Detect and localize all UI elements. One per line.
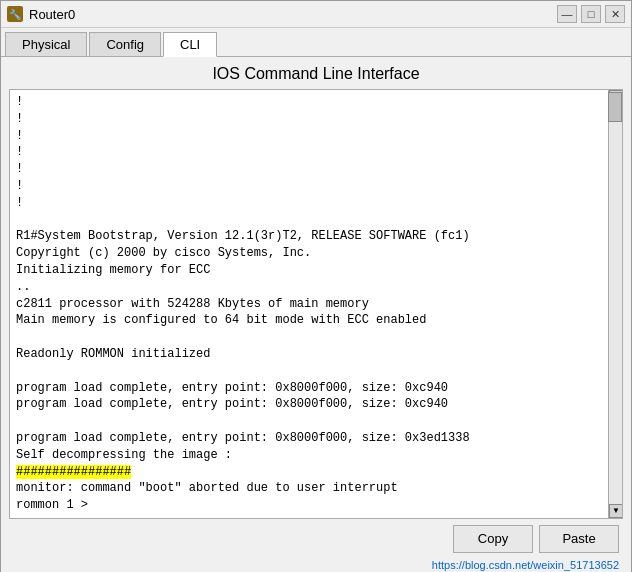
terminal-container: ! ! ! ! ! ! ! R1#System Bootstrap, Versi… — [9, 89, 623, 519]
tab-config[interactable]: Config — [89, 32, 161, 56]
paste-button[interactable]: Paste — [539, 525, 619, 553]
app-icon: 🔧 — [7, 6, 23, 22]
maximize-button[interactable]: □ — [581, 5, 601, 23]
window-title: Router0 — [29, 7, 557, 22]
scrollbar-track: ▲ ▼ — [608, 90, 622, 518]
terminal-content-post: monitor: command "boot" aborted due to u… — [16, 481, 398, 512]
terminal-hash: ################ — [16, 465, 131, 479]
main-content: IOS Command Line Interface ! ! ! ! ! ! !… — [1, 57, 631, 572]
main-window: 🔧 Router0 — □ ✕ Physical Config CLI IOS … — [0, 0, 632, 572]
scrollbar-thumb[interactable] — [608, 92, 622, 122]
button-bar: Copy Paste — [9, 519, 623, 559]
terminal-scroll[interactable]: ! ! ! ! ! ! ! R1#System Bootstrap, Versi… — [10, 90, 622, 518]
watermark: https://blog.csdn.net/weixin_51713652 — [9, 559, 623, 572]
tab-bar: Physical Config CLI — [1, 28, 631, 57]
window-controls: — □ ✕ — [557, 5, 625, 23]
terminal-output: ! ! ! ! ! ! ! R1#System Bootstrap, Versi… — [10, 90, 622, 518]
terminal-content-pre: ! ! ! ! ! ! ! R1#System Bootstrap, Versi… — [16, 95, 470, 462]
copy-button[interactable]: Copy — [453, 525, 533, 553]
title-bar: 🔧 Router0 — □ ✕ — [1, 1, 631, 28]
scrollbar-down-arrow[interactable]: ▼ — [609, 504, 623, 518]
minimize-button[interactable]: — — [557, 5, 577, 23]
section-title: IOS Command Line Interface — [9, 65, 623, 83]
close-button[interactable]: ✕ — [605, 5, 625, 23]
tab-physical[interactable]: Physical — [5, 32, 87, 56]
tab-cli[interactable]: CLI — [163, 32, 217, 57]
